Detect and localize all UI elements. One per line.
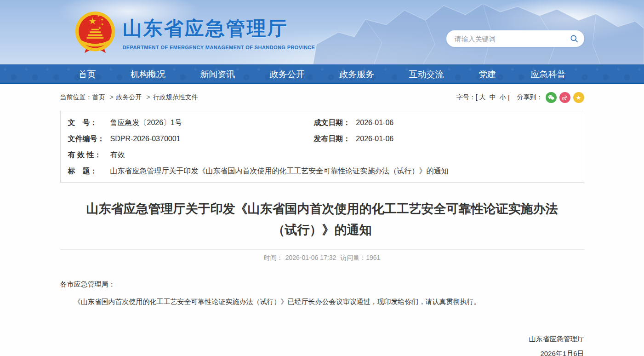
nav-item-organization[interactable]: 机构概况 — [131, 69, 165, 80]
search-icon — [570, 34, 579, 43]
doc-title-cell: 标 题： 山东省应急管理厅关于印发《山东省国内首次使用的化工工艺安全可靠性论证实… — [61, 163, 584, 179]
breadcrumb-current[interactable]: 行政规范性文件 — [153, 93, 198, 101]
article-title-line2: （试行）》的通知 — [273, 223, 372, 237]
validity-value: 有效 — [109, 147, 125, 163]
visits-value: 1961 — [366, 254, 380, 261]
doc-info-table: 文 号： 鲁应急发〔2026〕1号 成文日期： 2026-01-06 文件编号：… — [60, 111, 584, 183]
toolbar-row: 当前位置：首页 >政务公开 >行政规范性文件 字号：[ 大 中 小 ] 分享到： — [60, 92, 584, 103]
publish-date-value: 2026-01-06 — [355, 131, 393, 147]
breadcrumb: 当前位置：首页 >政务公开 >行政规范性文件 — [60, 93, 198, 102]
visits-label: 访问量： — [340, 254, 366, 261]
written-date-label: 成文日期： — [306, 115, 355, 131]
search-button[interactable] — [570, 34, 579, 43]
search-input[interactable] — [454, 34, 570, 43]
doc-info-row: 标 题： 山东省应急管理厅关于印发《山东省国内首次使用的化工工艺安全可靠性论证实… — [61, 163, 584, 179]
salutation: 各市应急管理局： — [60, 278, 584, 291]
content-area: 当前位置：首页 >政务公开 >行政规范性文件 字号：[ 大 中 小 ] 分享到： — [60, 92, 584, 356]
body-paragraph: 《山东省国内首次使用的化工工艺安全可靠性论证实施办法（试行）》已经厅长办公会议审… — [60, 295, 584, 309]
nav-item-party-building[interactable]: 党建 — [479, 69, 496, 80]
written-date-cell: 成文日期： 2026-01-06 — [306, 115, 583, 131]
article-meta: 时间：2026-01-06 17:32 访问量：1961 — [60, 254, 584, 262]
font-size-medium[interactable]: 中 — [490, 93, 496, 102]
validity-cell: 有 效 性： 有效 — [61, 147, 584, 163]
wechat-share-button[interactable] — [546, 92, 557, 103]
site-subtitle: DEPARTMENT OF EMERGENCY MANAGEMENT OF SH… — [123, 45, 315, 50]
font-size-label: 字号：[ — [456, 93, 478, 102]
signature-date: 2026年1月6日 — [60, 346, 584, 356]
font-size-suffix: ] — [508, 94, 510, 101]
page-tools: 字号：[ 大 中 小 ] 分享到： — [456, 92, 584, 103]
nav-item-gov-disclosure[interactable]: 政务公开 — [270, 69, 305, 80]
article-title-line1: 山东省应急管理厅关于印发《山东省国内首次使用的化工工艺安全可靠性论证实施办法 — [86, 202, 558, 216]
doc-info-row: 文 号： 鲁应急发〔2026〕1号 成文日期： 2026-01-06 — [61, 115, 584, 131]
publish-date-cell: 发布日期： 2026-01-06 — [306, 131, 583, 147]
nav-item-gov-services[interactable]: 政务服务 — [339, 69, 374, 80]
nav-item-home[interactable]: 首页 — [79, 69, 96, 80]
page: 山东省应急管理厅 DEPARTMENT OF EMERGENCY MANAGEM… — [0, 0, 644, 356]
nav-item-emergency-science[interactable]: 应急科普 — [530, 69, 565, 80]
doc-number-label: 文 号： — [61, 115, 109, 131]
doc-title-label: 标 题： — [61, 163, 109, 179]
qzone-star-icon: ★ — [576, 95, 581, 101]
breadcrumb-prefix: 当前位置： — [60, 93, 92, 101]
written-date-value: 2026-01-06 — [355, 115, 393, 131]
national-emblem-logo — [74, 10, 116, 55]
font-size-small[interactable]: 小 — [500, 93, 506, 102]
doc-number-value: 鲁应急发〔2026〕1号 — [109, 115, 182, 131]
signature-block: 山东省应急管理厅 2026年1月6日 — [60, 332, 584, 356]
time-value: 2026-01-06 17:32 — [285, 254, 336, 261]
site-title: 山东省应急管理厅 — [123, 16, 315, 41]
publish-date-label: 发布日期： — [306, 131, 355, 147]
site-banner: 山东省应急管理厅 DEPARTMENT OF EMERGENCY MANAGEM… — [0, 0, 644, 64]
validity-label: 有 效 性： — [61, 147, 109, 163]
qzone-share-button[interactable]: ★ — [573, 92, 584, 103]
share-label: 分享到： — [517, 93, 543, 102]
wechat-icon — [547, 94, 555, 101]
file-code-label: 文件编号： — [61, 131, 109, 147]
article-title: 山东省应急管理厅关于印发《山东省国内首次使用的化工工艺安全可靠性论证实施办法 （… — [60, 198, 584, 241]
main-nav: 首页 机构概况 新闻资讯 政务公开 政务服务 互动交流 党建 应急科普 — [0, 64, 644, 84]
breadcrumb-gov-disclosure[interactable]: 政务公开 — [116, 93, 142, 101]
breadcrumb-separator: > — [109, 93, 113, 101]
meta-divider — [60, 249, 584, 250]
article-body: 各市应急管理局： 《山东省国内首次使用的化工工艺安全可靠性论证实施办法（试行）》… — [60, 278, 584, 356]
file-code-value: SDPR-2026-0370001 — [109, 131, 181, 147]
brand-text: 山东省应急管理厅 DEPARTMENT OF EMERGENCY MANAGEM… — [123, 16, 315, 50]
font-size-large[interactable]: 大 — [479, 93, 486, 102]
doc-title-value: 山东省应急管理厅关于印发《山东省国内首次使用的化工工艺安全可靠性论证实施办法（试… — [109, 163, 449, 179]
doc-number-cell: 文 号： 鲁应急发〔2026〕1号 — [61, 115, 307, 131]
nav-item-news[interactable]: 新闻资讯 — [200, 69, 235, 80]
doc-info-row: 文件编号： SDPR-2026-0370001 发布日期： 2026-01-06 — [61, 131, 584, 147]
file-code-cell: 文件编号： SDPR-2026-0370001 — [61, 131, 307, 147]
doc-info-row: 有 效 性： 有效 — [61, 147, 584, 163]
weibo-share-button[interactable] — [559, 92, 570, 103]
breadcrumb-home[interactable]: 首页 — [92, 93, 105, 101]
time-label: 时间： — [264, 254, 283, 261]
nav-item-interaction[interactable]: 互动交流 — [409, 69, 444, 80]
signature-org: 山东省应急管理厅 — [60, 332, 584, 346]
breadcrumb-separator: > — [146, 93, 150, 101]
search-box — [446, 30, 584, 47]
weibo-icon — [561, 94, 568, 101]
site-brand[interactable]: 山东省应急管理厅 DEPARTMENT OF EMERGENCY MANAGEM… — [74, 10, 315, 55]
